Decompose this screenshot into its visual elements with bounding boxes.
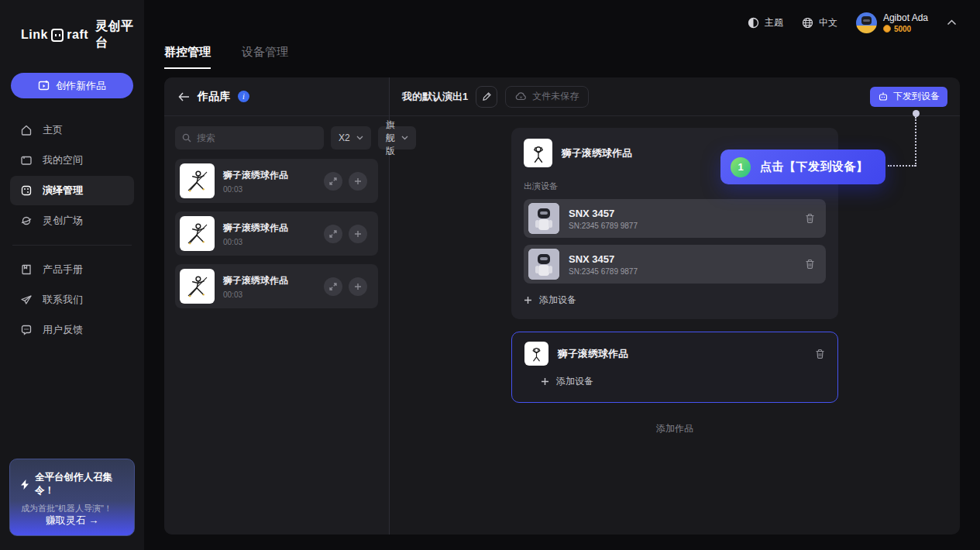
paper-plane-icon [20, 294, 33, 306]
earn-gems-button[interactable]: 赚取灵石 → [10, 514, 134, 528]
library-work-item[interactable]: 狮子滚绣球作品 00:03 [175, 159, 378, 203]
sidebar-item-product-manual[interactable]: 产品手册 [10, 255, 134, 284]
tab-device-management[interactable]: 设备管理 [242, 45, 288, 69]
add-to-stage-button[interactable] [349, 172, 367, 191]
add-device-button[interactable]: 添加设备 [524, 294, 826, 307]
sidebar-item-my-space[interactable]: 我的空间 [10, 146, 134, 175]
library-list: 狮子滚绣球作品 00:03 狮子滚绣球作品 [164, 150, 389, 318]
stage-work-title: 狮子滚绣球作品 [558, 347, 628, 361]
theme-contrast-icon [748, 17, 759, 29]
device-avatar [528, 203, 559, 234]
logo-robot-icon [51, 29, 64, 42]
step-number-badge: 1 [731, 157, 751, 177]
language-label: 中文 [819, 16, 837, 29]
trash-icon[interactable] [805, 259, 815, 270]
add-device-button[interactable]: 添加设备 [541, 375, 825, 388]
work-item-title: 狮子滚绣球作品 [223, 169, 288, 182]
trash-icon[interactable] [805, 213, 815, 224]
deploy-button-label: 下发到设备 [893, 90, 940, 103]
sidebar-item-creator-plaza[interactable]: 灵创广场 [10, 206, 134, 235]
user-name: Agibot Ada [883, 12, 928, 23]
device-avatar [528, 249, 559, 280]
add-to-stage-button[interactable] [349, 277, 367, 296]
sidebar-divider [12, 245, 132, 246]
chevron-down-icon [356, 136, 363, 140]
create-new-work-button[interactable]: 创作新作品 [11, 73, 133, 98]
stage-work-title: 狮子滚绣球作品 [562, 146, 632, 160]
preview-expand-button[interactable] [324, 225, 342, 243]
sidebar-item-contact-us[interactable]: 联系我们 [10, 285, 134, 315]
sidebar-item-label: 主页 [43, 123, 63, 137]
connector-dot [913, 110, 920, 117]
create-button-label: 创作新作品 [56, 79, 106, 93]
device-row[interactable]: SNX 3457 SN:2345 6789 9877 [524, 199, 826, 238]
work-item-duration: 00:03 [223, 185, 288, 194]
work-thumbnail [180, 269, 215, 304]
save-status-text: 文件未保存 [532, 90, 579, 103]
theme-label: 主题 [765, 16, 783, 29]
home-icon [20, 124, 33, 136]
robot-icon [878, 92, 889, 101]
connector-horizontal-line [888, 165, 916, 167]
promo-subtitle: 成为首批"机器人导演"！ [10, 497, 134, 514]
work-item-duration: 00:03 [223, 238, 288, 246]
sidebar-item-label: 灵创广场 [43, 214, 83, 228]
work-item-title: 狮子滚绣球作品 [223, 222, 288, 235]
add-to-stage-button[interactable] [349, 225, 367, 243]
library-work-item[interactable]: 狮子滚绣球作品 00:03 [175, 264, 378, 308]
add-device-label: 添加设备 [556, 375, 593, 388]
speed-filter-value: X2 [339, 132, 350, 143]
promo-title-text: 全平台创作人召集令！ [35, 471, 123, 497]
work-item-info: 狮子滚绣球作品 00:03 [223, 274, 288, 299]
preview-expand-button[interactable] [324, 172, 342, 191]
info-icon[interactable]: i [238, 91, 249, 102]
dice-icon [20, 184, 33, 197]
add-device-label: 添加设备 [539, 294, 576, 307]
sidebar-item-label: 用户反馈 [43, 323, 83, 337]
onboarding-tooltip[interactable]: 1 点击【下发到设备】 [720, 150, 885, 184]
speed-filter-dropdown[interactable]: X2 [331, 126, 371, 150]
sidebar-item-home[interactable]: 主页 [10, 115, 134, 145]
work-item-duration: 00:03 [223, 290, 288, 299]
language-switcher[interactable]: 中文 [802, 16, 837, 29]
sidebar-item-label: 联系我们 [43, 293, 83, 307]
logo-text-prefix: Link [21, 28, 48, 42]
back-arrow-icon[interactable] [178, 92, 190, 101]
tab-group-control[interactable]: 群控管理 [164, 45, 211, 69]
sidebar-item-label: 产品手册 [43, 263, 83, 277]
promo-card: 全平台创作人召集令！ 成为首批"机器人导演"！ 赚取灵石 → [9, 459, 135, 536]
add-work-button[interactable]: 添加作品 [390, 422, 960, 435]
sidebar-item-user-feedback[interactable]: 用户反馈 [10, 315, 134, 345]
stage-work-card-selected[interactable]: 狮子滚绣球作品 添加设备 [511, 332, 838, 403]
pencil-icon [482, 91, 492, 101]
search-icon [182, 133, 191, 143]
device-serial: SN:2345 6789 9877 [569, 267, 638, 276]
lightning-icon [21, 480, 29, 490]
search-box [175, 126, 324, 150]
user-menu[interactable]: Agibot Ada 5000 [856, 12, 928, 33]
sidebar-item-label: 演绎管理 [43, 184, 83, 198]
work-item-info: 狮子滚绣球作品 00:03 [223, 169, 288, 194]
library-work-item[interactable]: 狮子滚绣球作品 00:03 [175, 211, 378, 256]
chevron-up-icon[interactable] [947, 19, 957, 26]
device-serial: SN:2345 6789 9877 [569, 222, 638, 230]
user-avatar [856, 12, 877, 33]
work-thumbnail [524, 139, 552, 167]
user-info: Agibot Ada 5000 [883, 12, 928, 33]
device-name: SNX 3457 [569, 253, 638, 265]
search-input[interactable] [197, 132, 317, 143]
work-library-panel: 作品库 i X2 旗舰版 [164, 77, 390, 535]
stage-panel: 我的默认演出1 文件未保存 下发到设备 [390, 77, 960, 535]
device-info: SNX 3457 SN:2345 6789 9877 [569, 208, 638, 230]
theme-toggle[interactable]: 主题 [748, 16, 783, 29]
rename-show-button[interactable] [476, 86, 497, 108]
tooltip-text: 点击【下发到设备】 [760, 160, 868, 174]
preview-expand-button[interactable] [324, 277, 342, 296]
device-row[interactable]: SNX 3457 SN:2345 6789 9877 [524, 245, 826, 284]
sidebar-item-performance-management[interactable]: 演绎管理 [10, 176, 134, 205]
plus-icon [541, 377, 549, 386]
work-thumbnail [180, 216, 215, 251]
deploy-to-device-button[interactable]: 下发到设备 [870, 87, 947, 107]
folder-icon [20, 154, 33, 167]
trash-icon[interactable] [815, 349, 825, 359]
